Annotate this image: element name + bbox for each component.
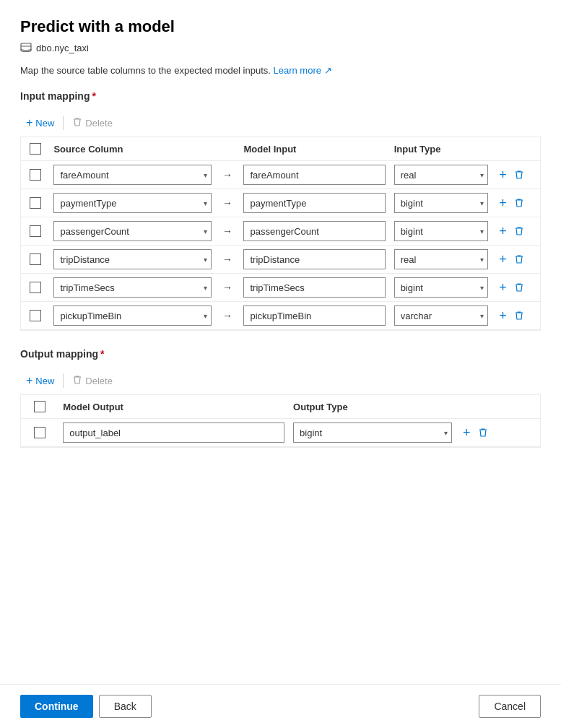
input-mapping-toolbar: + New Delete: [20, 109, 541, 136]
page-title: Predict with a model: [20, 17, 541, 36]
select-all-output-checkbox[interactable]: [34, 401, 45, 412]
arrow-3: →: [222, 225, 232, 237]
source-column-select-3[interactable]: passengerCount: [53, 221, 211, 241]
cancel-button[interactable]: Cancel: [479, 695, 541, 718]
output-toolbar-divider: [63, 373, 64, 388]
arrow-2: →: [222, 197, 232, 209]
add-row-button-2[interactable]: +: [497, 194, 509, 213]
arrow-4: →: [222, 254, 232, 265]
input-mapping-row: fareAmount▾→real▾+: [21, 161, 540, 189]
footer: Continue Back Cancel: [0, 684, 561, 728]
source-column-select-2[interactable]: paymentType: [53, 193, 211, 213]
model-input-field-1[interactable]: [243, 165, 385, 185]
input-mapping-table: Source Column Model Input Input Type far…: [21, 137, 540, 330]
model-input-field-6[interactable]: [243, 306, 385, 326]
required-star: *: [92, 90, 95, 102]
output-plus-icon: +: [26, 374, 32, 387]
input-type-header: Input Type: [390, 137, 492, 161]
description-text: Map the source table columns to the expe…: [20, 65, 541, 76]
learn-more-link[interactable]: Learn more ↗: [274, 65, 332, 76]
delete-row-button-5[interactable]: [512, 280, 526, 295]
add-output-row-button-1[interactable]: +: [461, 423, 473, 443]
add-row-button-4[interactable]: +: [497, 250, 509, 269]
model-input-header: Model Input: [239, 137, 389, 161]
source-column-select-1[interactable]: fareAmount: [53, 165, 211, 185]
plus-icon: +: [26, 116, 32, 129]
model-input-field-5[interactable]: [243, 277, 385, 298]
input-mapping-section: Input mapping* + New Delete: [20, 90, 541, 331]
delete-icon: [72, 117, 82, 129]
input-type-select-6[interactable]: varchar: [394, 306, 488, 326]
database-icon: [20, 42, 32, 53]
source-column-header: Source Column: [49, 137, 215, 161]
input-mapping-title: Input mapping*: [20, 90, 541, 102]
input-row-checkbox-1[interactable]: [30, 169, 41, 181]
delete-row-button-3[interactable]: [512, 224, 526, 238]
input-new-button[interactable]: + New: [20, 113, 60, 132]
input-mapping-row: pickupTimeBin▾→varchar▾+: [21, 302, 540, 330]
output-mapping-title: Output mapping*: [20, 348, 541, 360]
output-mapping-table-container: Model Output Output Type bigint▾+: [20, 394, 541, 448]
model-input-field-2[interactable]: [243, 193, 385, 213]
input-delete-button[interactable]: Delete: [66, 114, 118, 132]
model-input-field-4[interactable]: [243, 249, 385, 269]
model-output-field-1[interactable]: [63, 422, 284, 443]
input-row-checkbox-2[interactable]: [30, 197, 41, 209]
arrow-1: →: [222, 169, 232, 181]
input-mapping-table-container: Source Column Model Input Input Type far…: [20, 136, 541, 331]
input-row-checkbox-6[interactable]: [30, 310, 41, 321]
output-new-button[interactable]: + New: [20, 371, 60, 390]
input-type-select-1[interactable]: real: [394, 165, 488, 185]
input-row-checkbox-4[interactable]: [30, 254, 41, 265]
db-info: dbo.nyc_taxi: [20, 42, 541, 53]
output-mapping-toolbar: + New Delete: [20, 367, 541, 394]
input-mapping-row: tripTimeSecs▾→bigint▾+: [21, 274, 540, 302]
input-mapping-row: paymentType▾→bigint▾+: [21, 189, 540, 217]
output-delete-icon: [72, 375, 82, 387]
add-row-button-3[interactable]: +: [497, 222, 509, 241]
back-button[interactable]: Back: [99, 695, 152, 718]
db-label: dbo.nyc_taxi: [36, 43, 89, 53]
delete-row-button-2[interactable]: [512, 196, 526, 210]
svg-rect-0: [21, 43, 31, 46]
delete-row-button-4[interactable]: [512, 252, 526, 266]
delete-row-button-6[interactable]: [512, 308, 526, 323]
select-all-input-checkbox[interactable]: [30, 143, 41, 155]
toolbar-divider: [63, 116, 64, 130]
add-row-button-5[interactable]: +: [497, 278, 509, 298]
continue-button[interactable]: Continue: [20, 695, 93, 718]
arrow-6: →: [222, 310, 232, 321]
output-delete-button[interactable]: Delete: [66, 372, 118, 390]
output-row-checkbox-1[interactable]: [34, 427, 45, 438]
input-type-select-5[interactable]: bigint: [394, 277, 488, 298]
output-type-header: Output Type: [289, 395, 456, 419]
model-output-header: Model Output: [58, 395, 289, 419]
input-type-select-4[interactable]: real: [394, 249, 488, 269]
add-row-button-6[interactable]: +: [497, 306, 509, 326]
input-type-select-3[interactable]: bigint: [394, 221, 488, 241]
input-type-select-2[interactable]: bigint: [394, 193, 488, 213]
output-type-select-1[interactable]: bigint: [293, 422, 452, 443]
input-mapping-row: passengerCount▾→bigint▾+: [21, 217, 540, 246]
source-column-select-6[interactable]: pickupTimeBin: [53, 306, 211, 326]
output-required-star: *: [100, 348, 104, 360]
source-column-select-5[interactable]: tripTimeSecs: [53, 277, 211, 298]
output-mapping-row: bigint▾+: [21, 419, 540, 447]
source-column-select-4[interactable]: tripDistance: [53, 249, 211, 269]
arrow-5: →: [222, 282, 232, 293]
model-input-field-3[interactable]: [243, 221, 385, 241]
add-row-button-1[interactable]: +: [497, 165, 509, 185]
input-mapping-row: tripDistance▾→real▾+: [21, 246, 540, 274]
input-row-checkbox-3[interactable]: [30, 225, 41, 237]
delete-output-row-button-1[interactable]: [476, 425, 490, 440]
output-mapping-section: Output mapping* + New Delete: [20, 348, 541, 448]
output-mapping-table: Model Output Output Type bigint▾+: [21, 395, 540, 447]
delete-row-button-1[interactable]: [512, 168, 526, 182]
input-row-checkbox-5[interactable]: [30, 282, 41, 293]
